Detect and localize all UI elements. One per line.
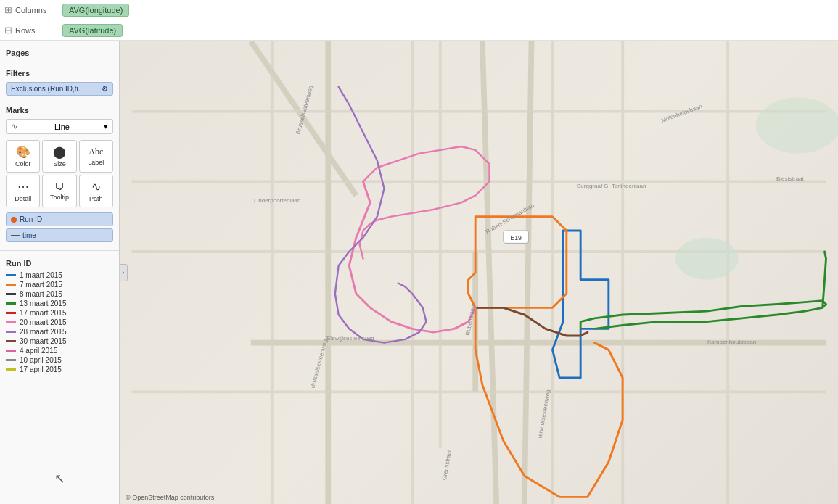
legend-color-swatch-6 bbox=[6, 331, 16, 333]
legend-item-10[interactable]: 17 april 2015 bbox=[6, 365, 113, 374]
shelf-area: ⊞ Columns AVG(longitude) ⊟ Rows AVG(lati… bbox=[0, 0, 838, 41]
columns-text: Columns bbox=[15, 6, 46, 15]
map-container: E19 Brusselsesteenweg Brusselsesteenweg … bbox=[120, 41, 838, 504]
run-id-dot-icon bbox=[11, 217, 17, 223]
legend-item-8[interactable]: 4 april 2015 bbox=[6, 346, 113, 355]
marks-type-label: Line bbox=[54, 123, 70, 131]
cursor-icon: ↖ bbox=[54, 471, 65, 487]
legend-item-7[interactable]: 30 maart 2015 bbox=[6, 336, 113, 346]
dropdown-chevron-icon: ▾ bbox=[104, 122, 108, 131]
legend-item-label-3: 13 maart 2015 bbox=[20, 299, 67, 307]
color-button[interactable]: 🎨 Color bbox=[6, 140, 40, 173]
cursor-area: ↖ bbox=[0, 377, 119, 501]
park-area-2 bbox=[756, 97, 838, 153]
main-area: Pages Filters Exclusions (Run ID,ti... ⚙… bbox=[0, 41, 838, 504]
park-area bbox=[675, 238, 739, 280]
legend-item-0[interactable]: 1 maart 2015 bbox=[6, 270, 113, 280]
label-label: Label bbox=[88, 159, 104, 166]
legend-color-swatch-8 bbox=[6, 350, 16, 352]
time-line-icon bbox=[11, 235, 20, 236]
legend-item-label-1: 7 maart 2015 bbox=[20, 281, 62, 289]
label-icon: Abc bbox=[89, 146, 103, 157]
legend-color-swatch-1 bbox=[6, 284, 16, 286]
run-id-field[interactable]: Run ID bbox=[6, 212, 113, 226]
route-20-maart-2 bbox=[360, 146, 490, 259]
legend-item-5[interactable]: 20 maart 2015 bbox=[6, 318, 113, 327]
marks-type-dropdown[interactable]: ∿ Line ▾ bbox=[6, 119, 113, 134]
legend-section: Run ID 1 maart 20157 maart 20158 maart 2… bbox=[0, 256, 119, 377]
legend-item-6[interactable]: 28 maart 2015 bbox=[6, 327, 113, 336]
path-button[interactable]: ∿ Path bbox=[79, 175, 113, 207]
osm-credit: © OpenStreetMap contributors bbox=[126, 494, 214, 501]
rows-text: Rows bbox=[15, 26, 36, 35]
filter-settings-icon: ⚙ bbox=[102, 85, 108, 93]
legend-color-swatch-5 bbox=[6, 321, 16, 323]
legend-item-label-9: 10 april 2015 bbox=[20, 356, 62, 364]
legend-items: 1 maart 20157 maart 20158 maart 201513 m… bbox=[6, 270, 113, 374]
color-icon: 🎨 bbox=[16, 145, 30, 159]
size-button[interactable]: ⬤ Size bbox=[42, 140, 76, 173]
tooltip-button[interactable]: 🗨 Tooltip bbox=[42, 175, 76, 207]
columns-pill[interactable]: AVG(longitude) bbox=[62, 4, 129, 17]
path-icon: ∿ bbox=[91, 180, 101, 194]
rows-icon: ⊟ bbox=[4, 25, 12, 36]
road-label-elewijt: Elewijtsesteenweg bbox=[326, 335, 374, 342]
legend-title: Run ID bbox=[6, 259, 113, 268]
tooltip-icon: 🗨 bbox=[54, 181, 64, 192]
legend-item-label-8: 4 april 2015 bbox=[20, 347, 57, 355]
legend-item-4[interactable]: 17 maart 2015 bbox=[6, 308, 113, 318]
filter-item-exclusions[interactable]: Exclusions (Run ID,ti... ⚙ bbox=[6, 82, 113, 96]
line-mark-icon: ∿ bbox=[11, 122, 17, 131]
size-label: Size bbox=[53, 160, 66, 168]
route-13-maart bbox=[580, 301, 826, 329]
size-icon: ⬤ bbox=[53, 145, 66, 159]
rows-label: ⊟ Rows bbox=[4, 25, 62, 36]
columns-icon: ⊞ bbox=[4, 4, 12, 15]
detail-icon: ⋯ bbox=[17, 180, 29, 194]
time-field[interactable]: time bbox=[6, 228, 113, 242]
legend-color-swatch-0 bbox=[6, 274, 16, 276]
detail-button[interactable]: ⋯ Detail bbox=[6, 175, 40, 207]
pages-header: Pages bbox=[0, 44, 119, 59]
label-button[interactable]: Abc Label bbox=[79, 140, 113, 173]
route-13-maart-end bbox=[823, 252, 826, 307]
tooltip-label: Tooltip bbox=[50, 194, 69, 201]
legend-item-label-0: 1 maart 2015 bbox=[20, 271, 62, 279]
path-label: Path bbox=[89, 195, 103, 202]
rows-pill[interactable]: AVG(latitude) bbox=[62, 24, 123, 37]
legend-color-swatch-9 bbox=[6, 359, 16, 361]
legend-item-2[interactable]: 8 maart 2015 bbox=[6, 289, 113, 299]
legend-item-label-7: 30 maart 2015 bbox=[20, 337, 67, 345]
legend-item-label-2: 8 maart 2015 bbox=[20, 290, 62, 298]
rows-shelf: ⊟ Rows AVG(latitude) bbox=[0, 20, 838, 41]
run-id-label: Run ID bbox=[20, 215, 42, 223]
legend-color-swatch-3 bbox=[6, 302, 16, 305]
filters-header: Filters bbox=[0, 65, 119, 79]
legend-color-swatch-4 bbox=[6, 312, 16, 314]
marks-section: Marks ∿ Line ▾ 🎨 Color ⬤ Size Abc Label bbox=[0, 99, 119, 247]
legend-item-3[interactable]: 13 maart 2015 bbox=[6, 299, 113, 308]
color-label: Color bbox=[15, 160, 31, 168]
columns-shelf: ⊞ Columns AVG(longitude) bbox=[0, 0, 838, 20]
road-label-burggraaf: Burggraaf G. Terlindenlaan bbox=[577, 183, 646, 189]
detail-label: Detail bbox=[15, 195, 31, 202]
road-label-biest: Bieststraat bbox=[776, 175, 804, 182]
legend-item-label-10: 17 april 2015 bbox=[20, 365, 62, 373]
legend-color-swatch-10 bbox=[6, 368, 16, 371]
left-panel: Pages Filters Exclusions (Run ID,ti... ⚙… bbox=[0, 41, 120, 504]
marks-header: Marks bbox=[0, 102, 119, 116]
road-network-svg: E19 bbox=[120, 41, 838, 504]
columns-label: ⊞ Columns bbox=[4, 4, 62, 15]
legend-item-1[interactable]: 7 maart 2015 bbox=[6, 280, 113, 289]
road-label-linterpoorten: Linderpoortenlaan bbox=[254, 197, 301, 204]
panel-expand-button[interactable]: › bbox=[120, 264, 128, 281]
legend-color-swatch-7 bbox=[6, 340, 16, 342]
legend-item-label-4: 17 maart 2015 bbox=[20, 309, 67, 317]
e19-label: E19 bbox=[510, 234, 522, 241]
legend-item-9[interactable]: 10 april 2015 bbox=[6, 355, 113, 365]
legend-item-label-5: 20 maart 2015 bbox=[20, 318, 67, 326]
time-label: time bbox=[22, 231, 36, 239]
marks-buttons-grid: 🎨 Color ⬤ Size Abc Label ⋯ Detail 🗨 bbox=[0, 137, 119, 210]
legend-color-swatch-2 bbox=[6, 293, 16, 295]
legend-item-label-6: 28 maart 2015 bbox=[20, 328, 67, 336]
